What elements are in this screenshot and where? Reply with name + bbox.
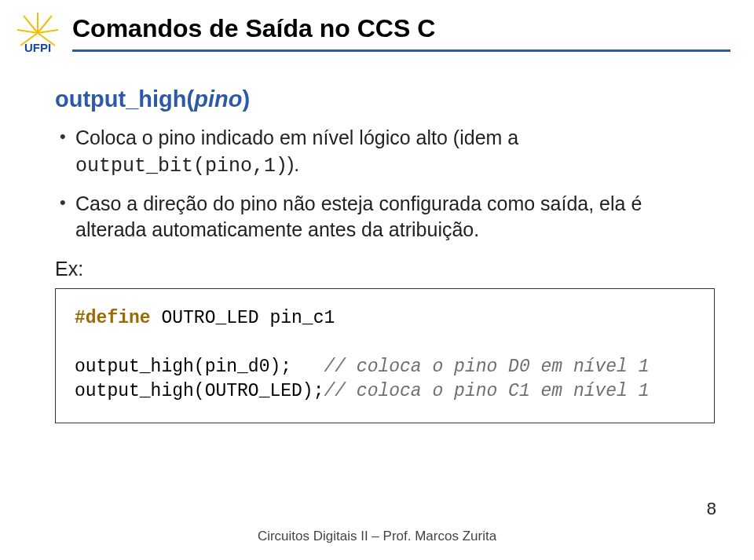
logo-text: UFPI: [24, 41, 51, 54]
code-comment: // coloca o pino C1 em nível 1: [324, 381, 649, 401]
bullet-list: Coloca o pino indicado em nível lógico a…: [55, 125, 715, 243]
bullet-text: Coloca o pino indicado em nível lógico a…: [75, 126, 518, 148]
page-number: 8: [707, 499, 716, 519]
section-title-arg: pino: [194, 86, 242, 112]
code-line: output_high(pin_d0); // coloca o pino D0…: [75, 355, 695, 379]
code-text: output_high(pin_d0);: [75, 357, 324, 377]
bullet-text: Caso a direção do pino não esteja config…: [75, 192, 642, 241]
slide-footer: Circuitos Digitais II – Prof. Marcos Zur…: [0, 529, 754, 544]
code-line: [75, 331, 695, 355]
code-line: output_high(OUTRO_LED);// coloca o pino …: [75, 379, 695, 404]
section-title-func: output_high(: [55, 86, 194, 112]
section-title: output_high(pino): [55, 86, 715, 112]
section-title-close: ): [242, 86, 250, 112]
list-item: Coloca o pino indicado em nível lógico a…: [55, 125, 715, 180]
code-block: #define OUTRO_LED pin_c1 output_high(pin…: [55, 288, 715, 423]
code-text: OUTRO_LED pin_c1: [151, 308, 335, 328]
slide-title-bar: Comandos de Saída no CCS C: [72, 14, 730, 52]
list-item: Caso a direção do pino não esteja config…: [55, 191, 715, 244]
bullet-mono: output_bit(pino,1): [75, 155, 287, 178]
example-label: Ex:: [55, 258, 715, 280]
code-keyword: #define: [75, 308, 151, 328]
slide-title: Comandos de Saída no CCS C: [72, 14, 730, 43]
code-comment: // coloca o pino D0 em nível 1: [324, 357, 649, 377]
bullet-text-post: ).: [287, 153, 299, 175]
code-text: output_high(OUTRO_LED);: [75, 381, 324, 401]
ufpi-logo: UFPI: [14, 11, 61, 58]
slide-content: output_high(pino) Coloca o pino indicado…: [55, 86, 715, 423]
code-line: #define OUTRO_LED pin_c1: [75, 306, 695, 331]
